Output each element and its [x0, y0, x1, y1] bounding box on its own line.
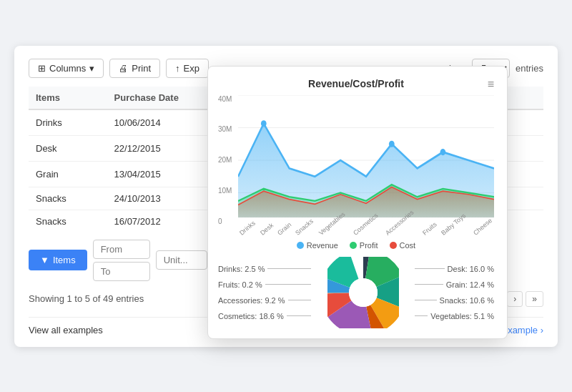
export-button[interactable]: ↑ Exp	[166, 59, 209, 78]
showing-text: Showing 1 to 5 of 49 entries	[29, 293, 144, 304]
filter-items-label: Items	[53, 255, 76, 265]
cell-item: Desk	[29, 135, 107, 161]
x-axis-labels: Drinks Desk Grain Snacks Vegetables Cosm…	[238, 230, 494, 238]
pie-label-desk: Desk: 16.0 %	[415, 265, 494, 273]
filter-icon: ▼	[40, 255, 49, 265]
export-label: Exp	[184, 63, 199, 74]
main-card: ⊞ Columns ▾ 🖨 Print ↑ Exp show 5 10 25 5…	[14, 46, 558, 347]
print-icon: 🖨	[119, 63, 128, 74]
pie-label-snacks: Snacks: 10.6 %	[415, 296, 494, 305]
cell-item: Snacks	[29, 187, 107, 210]
svg-point-21	[349, 278, 378, 307]
legend-profit-label: Profit	[360, 241, 378, 250]
chart-menu-icon[interactable]: ≡	[488, 78, 494, 91]
pie-label-grain: Grain: 12.4 %	[415, 280, 494, 289]
chart-legend: Revenue Profit Cost	[218, 241, 494, 250]
pie-labels-left: Drinks: 2.5 % Fruits: 0.2 % Accessories:…	[218, 265, 311, 320]
view-all-link[interactable]: View all examples	[29, 325, 103, 335]
last-page-button[interactable]: »	[526, 291, 543, 307]
columns-chevron-icon: ▾	[89, 63, 94, 74]
pie-label-accessories: Accessories: 9.2 %	[218, 296, 311, 305]
line-chart-area: 40M 30M 20M 10M 0	[218, 95, 494, 238]
cell-item: Drinks	[29, 109, 107, 136]
svg-point-8	[261, 120, 267, 127]
print-label: Print	[132, 63, 151, 74]
legend-cost-label: Cost	[400, 241, 416, 250]
legend-revenue-label: Revenue	[307, 241, 338, 250]
columns-label: Columns	[49, 63, 86, 74]
chart-overlay: Revenue/Cost/Profit ≡ 40M 30M 20M 10M 0	[207, 66, 508, 339]
legend-cost: Cost	[390, 241, 416, 250]
unit-input[interactable]	[156, 250, 207, 270]
chart-title: Revenue/Cost/Profit	[308, 78, 404, 89]
col-header-items: Items	[29, 87, 107, 109]
pie-label-fruits: Fruits: 0.2 %	[218, 280, 311, 289]
pie-section: Drinks: 2.5 % Fruits: 0.2 % Accessories:…	[218, 257, 494, 328]
svg-point-9	[389, 140, 395, 147]
pie-chart-wrap	[318, 257, 408, 328]
chart-header: Revenue/Cost/Profit ≡	[218, 78, 494, 89]
legend-profit: Profit	[350, 241, 378, 250]
cost-dot	[390, 242, 397, 249]
pie-chart-svg	[327, 257, 399, 328]
to-input[interactable]	[93, 262, 150, 281]
pie-labels-right: Desk: 16.0 % Grain: 12.4 % Snacks: 10.6 …	[415, 265, 494, 320]
filter-items-button[interactable]: ▼ Items	[29, 250, 87, 270]
from-input[interactable]	[93, 240, 150, 259]
pie-label-cosmetics: Cosmetics: 18.6 %	[218, 312, 311, 320]
cell-item: Snacks	[29, 210, 107, 232]
export-icon: ↑	[175, 63, 180, 74]
columns-button[interactable]: ⊞ Columns ▾	[29, 59, 104, 78]
chart-svg	[238, 95, 494, 225]
next-page-button[interactable]: ›	[507, 291, 523, 307]
date-filter-stack	[93, 240, 150, 281]
profit-dot	[350, 242, 357, 249]
y-axis-labels: 40M 30M 20M 10M 0	[218, 95, 235, 238]
cell-item: Grain	[29, 161, 107, 187]
svg-point-10	[440, 149, 446, 155]
entries-label: entries	[516, 63, 543, 74]
columns-icon: ⊞	[38, 63, 46, 74]
revenue-dot	[297, 242, 304, 249]
legend-revenue: Revenue	[297, 241, 338, 250]
pie-label-vegetables: Vegetables: 5.1 %	[415, 312, 494, 320]
print-button[interactable]: 🖨 Print	[109, 59, 160, 78]
pie-label-drinks: Drinks: 2.5 %	[218, 265, 311, 273]
